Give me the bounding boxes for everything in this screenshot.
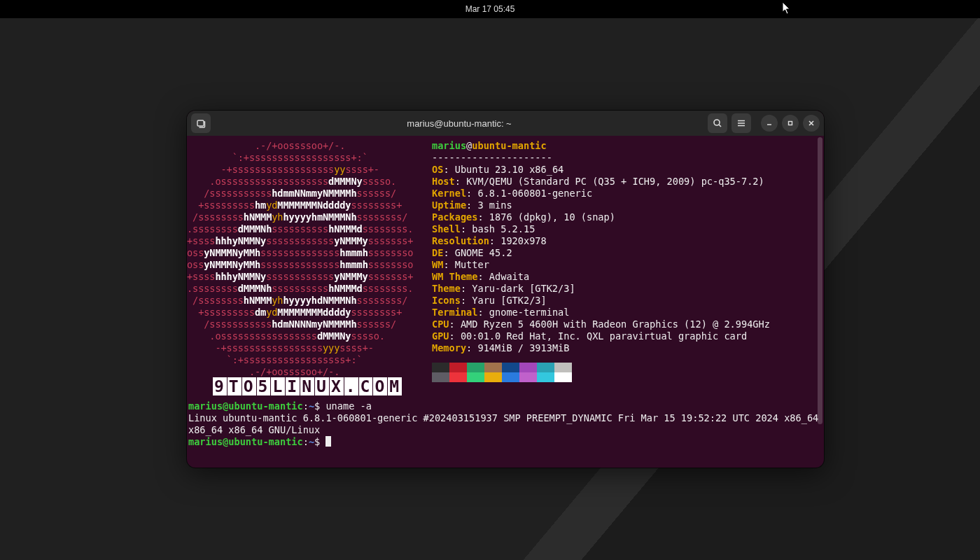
info-uptime-value: 3 mins: [477, 200, 512, 211]
info-host-value: KVM/QEMU (Standard PC (Q35 + ICH9, 2009)…: [466, 176, 764, 187]
color-palette-row-1: [432, 363, 770, 372]
info-theme-value: Yaru-dark [GTK2/3]: [472, 283, 575, 294]
info-wmtheme-value: Adwaita: [489, 271, 529, 282]
color-swatch: [502, 363, 519, 372]
window-title: marius@ubuntu-mantic: ~: [215, 118, 704, 129]
color-swatch: [484, 363, 502, 372]
info-uptime-label: Uptime: [432, 200, 466, 211]
maximize-button[interactable]: [782, 115, 799, 132]
svg-rect-0: [197, 120, 204, 126]
search-button[interactable]: [708, 113, 727, 133]
info-icons-label: Icons: [432, 295, 461, 306]
info-os-value: Ubuntu 23.10 x86_64: [455, 164, 564, 175]
color-swatch: [432, 372, 449, 382]
system-info-block: marius@ubuntu-mantic -------------------…: [432, 140, 770, 382]
clock-label[interactable]: Mar 17 05:45: [465, 4, 515, 14]
info-icons-value: Yaru [GTK2/3]: [472, 295, 546, 306]
info-terminal-label: Terminal: [432, 307, 477, 318]
color-swatch: [467, 372, 484, 382]
color-swatch: [484, 372, 502, 382]
info-host: ubuntu-mantic: [472, 140, 546, 151]
svg-point-1: [714, 120, 720, 125]
info-de-label: DE: [432, 247, 443, 258]
color-swatch: [502, 372, 519, 382]
info-memory-value: 914MiB / 3913MiB: [477, 342, 569, 354]
info-os-label: OS: [432, 164, 443, 175]
info-memory-label: Memory: [432, 342, 466, 354]
color-swatch: [554, 372, 572, 382]
svg-rect-2: [789, 122, 792, 125]
gnome-top-bar[interactable]: Mar 17 05:45: [0, 0, 980, 18]
info-user: marius: [432, 140, 466, 151]
info-packages-value: 1876 (dpkg), 10 (snap): [489, 211, 615, 223]
info-resolution-label: Resolution: [432, 235, 489, 246]
command-output: Linux ubuntu-mantic 6.8.1-060801-generic…: [188, 412, 824, 435]
watermark-text: 9TO5LINUX.COM: [213, 381, 402, 393]
color-swatch: [554, 363, 572, 372]
info-theme-label: Theme: [432, 283, 461, 294]
prompt-path-2: ~: [309, 436, 314, 447]
info-wmtheme-label: WM Theme: [432, 271, 477, 282]
neofetch-output: .-/+oossssoo+/-. `:+ssssssssssssssssss+:…: [187, 140, 824, 382]
info-de-value: GNOME 45.2: [455, 247, 512, 258]
info-host-label: Host: [432, 176, 455, 187]
window-title-bar[interactable]: marius@ubuntu-mantic: ~: [187, 111, 824, 136]
info-gpu-label: GPU: [432, 330, 449, 342]
info-shell-value: bash 5.2.15: [472, 223, 535, 234]
minimize-button[interactable]: [761, 115, 778, 132]
info-separator: ---------------------: [432, 152, 552, 163]
color-swatch: [449, 372, 467, 382]
color-swatch: [519, 363, 537, 372]
info-cpu-label: CPU: [432, 318, 449, 330]
info-packages-label: Packages: [432, 211, 477, 223]
terminal-viewport[interactable]: .-/+oossssoo+/-. `:+ssssssssssssssssss+:…: [187, 136, 824, 468]
terminal-window: marius@ubuntu-mantic: ~ .-/+oossssoo+: [187, 111, 824, 468]
color-swatch: [537, 372, 554, 382]
prompt-path: ~: [309, 400, 314, 412]
new-tab-button[interactable]: [191, 113, 211, 133]
prompt-user: marius@ubuntu-mantic: [188, 400, 303, 412]
color-swatch: [467, 363, 484, 372]
terminal-scrollbar[interactable]: [818, 137, 822, 463]
info-terminal-value: gnome-terminal: [489, 307, 570, 318]
color-swatch: [432, 363, 449, 372]
text-cursor-icon: [326, 436, 331, 447]
prompt-user-2: marius@ubuntu-mantic: [188, 436, 303, 447]
command-text: uname -a: [326, 400, 371, 412]
close-button[interactable]: [803, 115, 820, 132]
info-shell-label: Shell: [432, 223, 461, 234]
scroll-thumb[interactable]: [818, 137, 822, 424]
info-kernel-label: Kernel: [432, 188, 466, 199]
ubuntu-ascii-logo: .-/+oossssoo+/-. `:+ssssssssssssssssss+:…: [187, 140, 432, 378]
info-gpu-value: 00:01.0 Red Hat, Inc. QXL paravirtual gr…: [461, 330, 747, 342]
info-cpu-value: AMD Ryzen 5 4600H with Radeon Graphics (…: [461, 318, 770, 330]
info-wm-label: WM: [432, 259, 443, 270]
info-resolution-value: 1920x978: [500, 235, 546, 246]
info-kernel-value: 6.8.1-060801-generic: [477, 188, 592, 199]
color-swatch: [519, 372, 537, 382]
color-swatch: [537, 363, 554, 372]
color-palette-row-2: [432, 372, 770, 382]
hamburger-menu-button[interactable]: [732, 113, 751, 133]
color-swatch: [449, 363, 467, 372]
info-wm-value: Mutter: [455, 259, 489, 270]
